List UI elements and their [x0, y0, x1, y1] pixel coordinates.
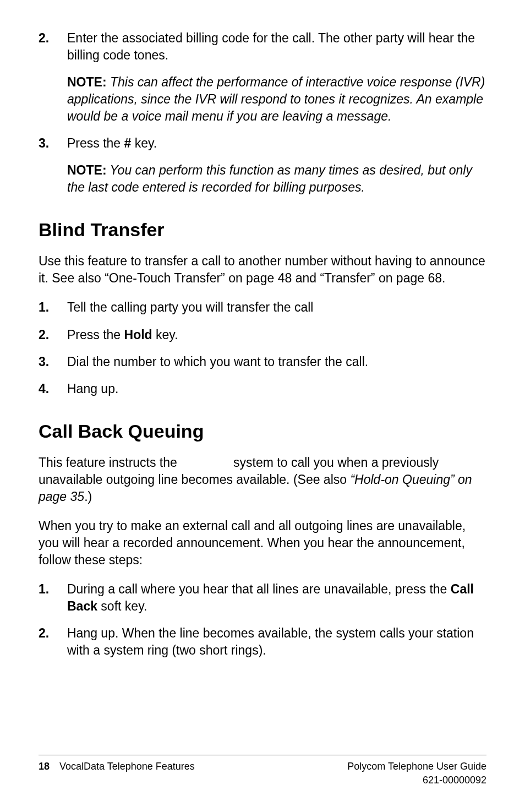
paragraph: Enter the associated billing code for th… — [67, 30, 486, 64]
list-number: 3. — [39, 135, 67, 196]
paragraph: Press the # key. — [67, 135, 486, 152]
text: Press the — [67, 136, 124, 150]
text-bold: # — [124, 136, 132, 150]
list-body: Dial the number to which you want to tra… — [67, 353, 486, 370]
list-item: 2. Hang up. When the line becomes availa… — [39, 625, 486, 659]
footer-left-text: VocalData Telephone Features — [59, 760, 195, 787]
list-number: 1. — [39, 299, 67, 316]
list-body: Press the Hold key. — [67, 326, 486, 344]
note-label: NOTE: — [67, 163, 107, 177]
footer-left: 18 VocalData Telephone Features — [39, 760, 195, 787]
list-number: 2. — [39, 30, 67, 125]
list-number: 4. — [39, 380, 67, 397]
footer-row: 18 VocalData Telephone Features Polycom … — [39, 760, 486, 787]
paragraph: Use this feature to transfer a call to a… — [39, 253, 486, 287]
list-item: 1. During a call where you hear that all… — [39, 581, 486, 615]
list-number: 2. — [39, 625, 67, 659]
text: During a call where you hear that all li… — [67, 582, 451, 596]
note-paragraph: NOTE: You can perform this function as m… — [67, 162, 486, 196]
list-item: 3. Press the # key. NOTE: You can perfor… — [39, 135, 486, 196]
heading-call-back-queuing: Call Back Queuing — [39, 421, 486, 442]
list-body: Enter the associated billing code for th… — [67, 30, 486, 125]
text: key. — [152, 328, 178, 342]
footer-right: Polycom Telephone User Guide 621-0000009… — [347, 760, 486, 787]
note-body: You can perform this function as many ti… — [67, 163, 472, 194]
heading-blind-transfer: Blind Transfer — [39, 219, 486, 241]
note-paragraph: NOTE: This can affect the performance of… — [67, 74, 486, 125]
list-number: 2. — [39, 326, 67, 344]
list-item: 2. Enter the associated billing code for… — [39, 30, 486, 125]
list-item: 4. Hang up. — [39, 380, 486, 397]
list-body: Press the # key. NOTE: You can perform t… — [67, 135, 486, 196]
page-number: 18 — [39, 760, 50, 787]
list-item: 1. Tell the calling party you will trans… — [39, 299, 486, 316]
list-item: 3. Dial the number to which you want to … — [39, 353, 486, 370]
list-body: During a call where you hear that all li… — [67, 581, 486, 615]
footer-right-line1: Polycom Telephone User Guide — [347, 760, 486, 773]
text: Press the — [67, 328, 124, 342]
text-bold: Hold — [124, 328, 152, 342]
text: soft key. — [97, 599, 147, 613]
list-body: Tell the calling party you will transfer… — [67, 299, 486, 316]
list-number: 3. — [39, 353, 67, 370]
page-content: 2. Enter the associated billing code for… — [39, 30, 486, 659]
footer-right-line2: 621-00000092 — [347, 773, 486, 787]
list-item: 2. Press the Hold key. — [39, 326, 486, 344]
list-number: 1. — [39, 581, 67, 615]
list-body: Hang up. When the line becomes available… — [67, 625, 486, 659]
page-footer: 18 VocalData Telephone Features Polycom … — [39, 740, 486, 787]
note-label: NOTE: — [67, 75, 107, 89]
paragraph: When you try to make an external call an… — [39, 517, 486, 569]
paragraph: This feature instructs the system to cal… — [39, 454, 486, 505]
footer-rule — [39, 755, 486, 755]
note-body: This can affect the performance of inter… — [67, 75, 485, 123]
text: .) — [84, 489, 92, 504]
text: key. — [131, 136, 157, 150]
list-body: Hang up. — [67, 380, 486, 397]
